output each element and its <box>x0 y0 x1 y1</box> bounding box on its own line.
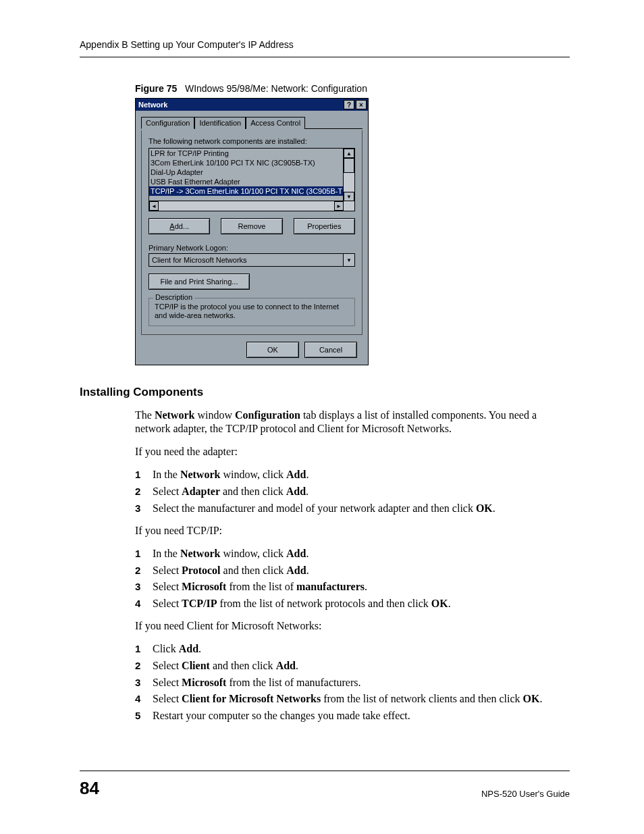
file-print-sharing-button[interactable]: File and Print Sharing... <box>149 273 250 290</box>
horizontal-scrollbar[interactable]: ◄ ► <box>149 201 344 211</box>
list-item[interactable]: Dial-Up Adapter <box>149 167 343 177</box>
tcpip-steps: In the Network window, click Add. Select… <box>135 547 570 611</box>
tab-row: Configuration Identification Access Cont… <box>141 116 363 129</box>
cancel-button[interactable]: Cancel <box>304 342 357 358</box>
scroll-up-icon[interactable]: ▲ <box>344 149 354 158</box>
properties-button[interactable]: Properties <box>294 218 355 234</box>
tab-access-control[interactable]: Access Control <box>246 117 305 129</box>
vertical-scrollbar[interactable]: ▲ ▼ <box>343 149 354 211</box>
client-lead: If you need Client for Microsoft Network… <box>135 619 570 633</box>
components-listbox[interactable]: LPR for TCP/IP Printing 3Com EtherLink 1… <box>149 148 355 211</box>
list-item[interactable]: 3Com EtherLink 10/100 PCI TX NIC (3C905B… <box>149 158 343 167</box>
figure-caption: Figure 75 WIndows 95/98/Me: Network: Con… <box>135 83 570 94</box>
primary-logon-combo[interactable]: Client for Microsoft Networks ▼ <box>149 253 355 267</box>
dialog-title: Network <box>138 101 167 109</box>
components-label: The following network components are ins… <box>149 137 355 145</box>
remove-button[interactable]: Remove <box>221 218 282 234</box>
section-heading: Installing Components <box>80 386 570 399</box>
help-icon[interactable]: ? <box>344 100 354 109</box>
list-item[interactable]: USB Fast Ethernet Adapter <box>149 177 343 186</box>
add-button[interactable]: Add... <box>149 218 210 234</box>
primary-logon-value: Client for Microsoft Networks <box>149 256 343 264</box>
tab-identification[interactable]: Identification <box>194 117 246 129</box>
page-number: 84 <box>80 778 99 799</box>
adapter-steps: In the Network window, click Add. Select… <box>135 468 570 515</box>
client-steps: Click Add. Select Client and then click … <box>135 642 570 723</box>
ok-button[interactable]: OK <box>246 342 299 358</box>
network-dialog: Network ? × Configuration Identification… <box>135 98 369 365</box>
scroll-left-icon[interactable]: ◄ <box>149 201 159 211</box>
guide-name: NPS-520 User's Guide <box>481 789 570 799</box>
list-item[interactable]: LPR for TCP/IP Printing <box>149 149 343 158</box>
page-footer: 84 NPS-520 User's Guide <box>80 771 570 799</box>
tab-page-configuration: The following network components are ins… <box>141 130 363 335</box>
intro-paragraph: The Network window Configuration tab dis… <box>135 409 570 436</box>
tab-configuration[interactable]: Configuration <box>141 117 194 129</box>
titlebar: Network ? × <box>136 99 368 111</box>
scroll-thumb[interactable] <box>344 158 354 173</box>
description-text: TCP/IP is the protocol you use to connec… <box>155 303 349 320</box>
chevron-down-icon[interactable]: ▼ <box>343 254 354 266</box>
primary-logon-label: Primary Network Logon: <box>149 244 355 252</box>
close-icon[interactable]: × <box>356 100 367 109</box>
list-item[interactable]: TCP/IP -> 3Com EtherLink 10/100 PCI TX N… <box>149 186 343 196</box>
description-group: Description TCP/IP is the protocol you u… <box>149 298 355 326</box>
scroll-right-icon[interactable]: ► <box>334 201 344 211</box>
tcpip-lead: If you need TCP/IP: <box>135 524 570 538</box>
description-legend: Description <box>153 293 194 301</box>
scroll-down-icon[interactable]: ▼ <box>344 192 354 201</box>
running-header: Appendix B Setting up Your Computer's IP… <box>80 39 570 57</box>
adapter-lead: If you need the adapter: <box>135 445 570 459</box>
